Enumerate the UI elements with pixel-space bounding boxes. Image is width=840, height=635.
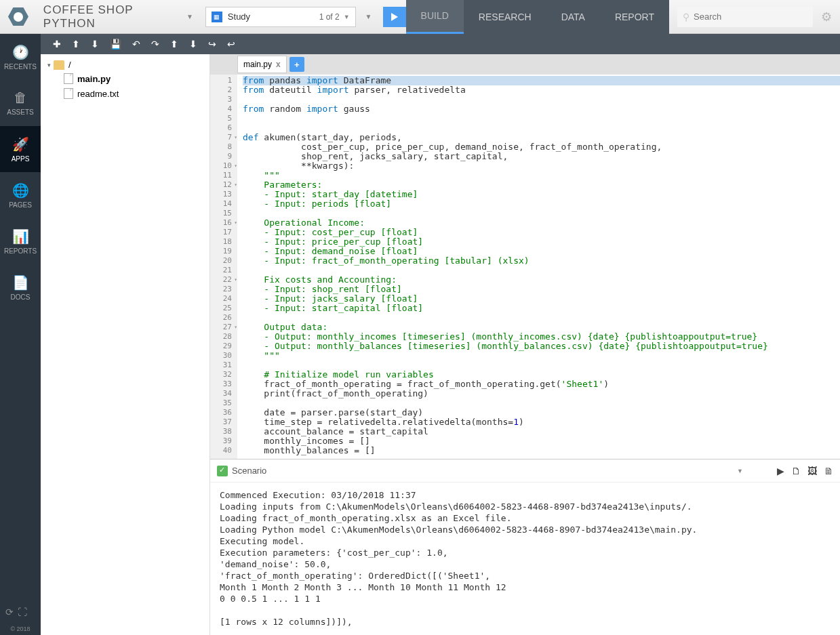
down-icon[interactable]: ⬇ bbox=[189, 39, 197, 49]
console-file-icon[interactable]: 🗋 bbox=[791, 466, 801, 476]
sidebar-item-apps[interactable]: 🚀APPS bbox=[0, 126, 41, 172]
study-selector[interactable]: ▦ Study 1 of 2 ▼ bbox=[205, 7, 356, 27]
main-area: ▾ / main.pyreadme.txt main.py x + 123456… bbox=[41, 54, 840, 635]
sidebar-item-pages[interactable]: 🌐PAGES bbox=[0, 172, 41, 218]
file-tree: ▾ / main.pyreadme.txt bbox=[41, 54, 210, 635]
add-icon[interactable]: ✚ bbox=[53, 39, 61, 49]
run-button[interactable] bbox=[383, 7, 406, 27]
redo-icon[interactable]: ↷ bbox=[151, 39, 159, 49]
docs-icon: 📄 bbox=[12, 274, 29, 291]
project-name: COFFEE SHOP PYTHON bbox=[37, 3, 181, 30]
project-dropdown-arrow[interactable]: ▼ bbox=[181, 13, 199, 20]
console-toolbar: ▶ 🗋 🖼 🗎 bbox=[777, 466, 833, 476]
upload-icon[interactable]: ⬆ bbox=[72, 39, 80, 49]
chevron-down-icon[interactable]: ▼ bbox=[737, 468, 743, 474]
scenario-check-icon bbox=[217, 466, 228, 476]
pages-icon: 🌐 bbox=[12, 182, 29, 199]
console-area: Scenario ▼ ▶ 🗋 🖼 🗎 Commenced Execution: … bbox=[210, 459, 840, 635]
study-count: 1 of 2 bbox=[319, 12, 340, 22]
line-gutter: 1234567▾8910▾1112▾13141516▾171819202122▾… bbox=[210, 75, 237, 459]
tab-add-button[interactable]: + bbox=[289, 57, 304, 72]
tab-label: main.py bbox=[243, 60, 272, 69]
recents-icon: 🕐 bbox=[12, 44, 29, 60]
download-icon[interactable]: ⬇ bbox=[91, 39, 99, 49]
search-box: ⚲ bbox=[677, 7, 813, 27]
console-header: Scenario ▼ ▶ 🗋 🖼 🗎 bbox=[210, 459, 840, 483]
copyright: © 2018 bbox=[0, 623, 41, 635]
search-input[interactable] bbox=[694, 12, 807, 22]
tree-root[interactable]: ▾ / bbox=[45, 58, 205, 71]
console-output[interactable]: Commenced Execution: 03/10/2018 11:37 Lo… bbox=[210, 483, 840, 635]
console-image-icon[interactable]: 🖼 bbox=[807, 466, 817, 476]
sidebar-item-docs[interactable]: 📄DOCS bbox=[0, 264, 41, 310]
forward-icon[interactable]: ↪ bbox=[208, 39, 216, 49]
file-readme-txt[interactable]: readme.txt bbox=[45, 86, 205, 101]
nav-tabs: BUILD RESEARCH DATA REPORT bbox=[406, 0, 669, 34]
sidebar: 🕐RECENTS🗑ASSETS🚀APPS🌐PAGES📊REPORTS📄DOCS … bbox=[0, 34, 41, 635]
refresh-icon[interactable]: ⟳ bbox=[5, 607, 14, 617]
reports-icon: 📊 bbox=[12, 228, 29, 245]
nav-tab-research[interactable]: RESEARCH bbox=[464, 0, 546, 34]
up-icon[interactable]: ⬆ bbox=[170, 39, 178, 49]
save-icon[interactable]: 💾 bbox=[110, 39, 121, 49]
scenario-label[interactable]: Scenario bbox=[232, 466, 737, 476]
assets-icon: 🗑 bbox=[14, 90, 27, 106]
back-icon[interactable]: ↩ bbox=[227, 39, 235, 49]
sidebar-item-reports[interactable]: 📊REPORTS bbox=[0, 218, 41, 264]
file-icon bbox=[64, 88, 73, 99]
editor-area: main.py x + 1234567▾8910▾1112▾13141516▾1… bbox=[210, 54, 840, 635]
nav-tab-report[interactable]: REPORT bbox=[600, 0, 669, 34]
console-doc-icon[interactable]: 🗎 bbox=[824, 466, 833, 476]
code-content[interactable]: from pandas import DataFramefrom dateuti… bbox=[237, 75, 840, 459]
gear-icon[interactable]: ⚙ bbox=[821, 9, 832, 24]
expand-icon[interactable]: ⛶ bbox=[18, 607, 27, 617]
undo-icon[interactable]: ↶ bbox=[132, 39, 140, 49]
apps-icon: 🚀 bbox=[12, 136, 29, 152]
editor-tab-main[interactable]: main.py x bbox=[237, 56, 287, 73]
file-icon bbox=[64, 73, 73, 84]
study-extra-dropdown[interactable]: ▼ bbox=[360, 13, 378, 20]
editor-toolbar: ✚ ⬆ ⬇ 💾 ↶ ↷ ⬆ ⬇ ↪ ↩ bbox=[41, 34, 840, 54]
tree-collapse-icon[interactable]: ▾ bbox=[47, 62, 51, 68]
code-editor[interactable]: 1234567▾8910▾1112▾13141516▾171819202122▾… bbox=[210, 75, 840, 459]
folder-icon bbox=[54, 60, 64, 70]
app-logo[interactable] bbox=[0, 0, 37, 34]
nav-tab-build[interactable]: BUILD bbox=[406, 0, 464, 34]
editor-tabs: main.py x + bbox=[210, 54, 840, 75]
chevron-down-icon: ▼ bbox=[344, 14, 350, 20]
root-path: / bbox=[68, 60, 71, 70]
file-main-py[interactable]: main.py bbox=[45, 71, 205, 86]
study-label: Study bbox=[228, 12, 319, 22]
sidebar-item-recents[interactable]: 🕐RECENTS bbox=[0, 34, 41, 80]
study-icon: ▦ bbox=[212, 12, 222, 22]
console-play-icon[interactable]: ▶ bbox=[777, 466, 784, 476]
sidebar-footer: ⟳ ⛶ bbox=[0, 601, 41, 623]
nav-tab-data[interactable]: DATA bbox=[546, 0, 600, 34]
sidebar-item-assets[interactable]: 🗑ASSETS bbox=[0, 80, 41, 126]
top-bar: COFFEE SHOP PYTHON ▼ ▦ Study 1 of 2 ▼ ▼ … bbox=[0, 0, 840, 34]
tab-close-icon[interactable]: x bbox=[276, 60, 281, 69]
search-icon: ⚲ bbox=[683, 12, 689, 22]
